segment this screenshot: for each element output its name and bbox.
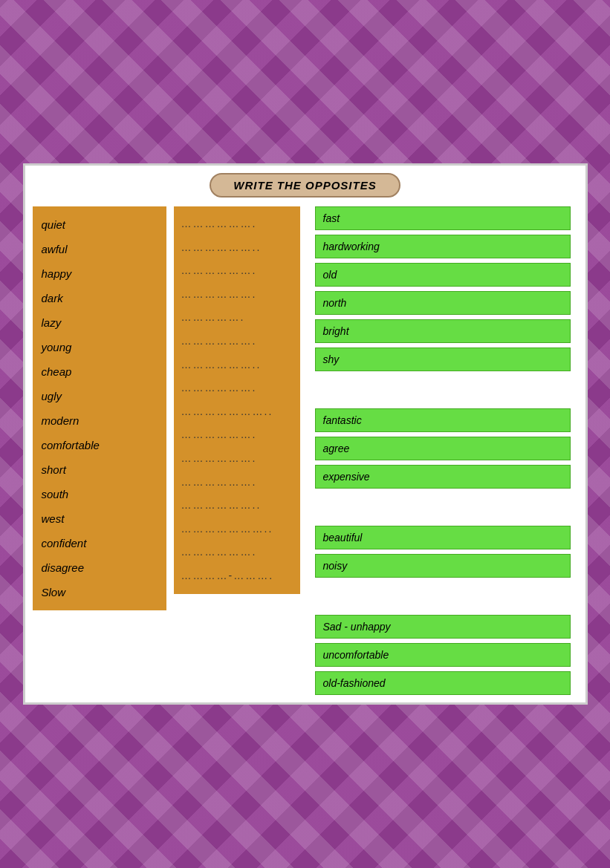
left-word: disagree [42, 555, 158, 580]
answer-box: beautiful [315, 526, 571, 549]
answer-input-line: ………………. [181, 423, 293, 447]
answer-box: uncomfortable [315, 643, 571, 667]
page-title: WRITE THE OPPOSITES [210, 173, 400, 198]
answer-input-line: ………………. [181, 283, 293, 307]
answer-box: old-fashioned [315, 671, 571, 695]
left-word: ugly [42, 384, 158, 408]
left-word: confident [42, 531, 158, 555]
answer-box: agree [315, 437, 571, 460]
answer-input-line: ………………….. [181, 518, 293, 541]
left-word: happy [42, 261, 158, 286]
middle-column: ……………….………………..……………….……………….…………….……………… [174, 206, 300, 594]
answer-box: shy [315, 347, 571, 371]
answer-input-line: ……………….. [181, 494, 293, 518]
left-word: comfortable [42, 433, 158, 457]
answer-box: fantastic [315, 408, 571, 432]
answer-input-line: ………………. [181, 447, 293, 471]
spacer [315, 376, 571, 404]
left-word: south [42, 482, 158, 506]
spacer [315, 582, 571, 610]
answer-box: north [315, 291, 571, 315]
left-word: dark [42, 286, 158, 310]
answer-box: hardworking [315, 235, 571, 258]
answer-input-line: ………………. [181, 376, 293, 400]
answer-input-line: ………………. [181, 259, 293, 283]
answer-input-line: ……………….. [181, 236, 293, 260]
answer-input-line: ………………. [181, 212, 293, 236]
answer-box: Sad - unhappy [315, 615, 571, 639]
answer-input-line: …………-………. [181, 564, 293, 588]
left-word: cheap [42, 359, 158, 384]
answer-box: expensive [315, 465, 571, 489]
left-word: young [42, 335, 158, 359]
right-column: fasthardworkingoldnorthbrightshyfantasti… [308, 206, 578, 695]
left-word: quiet [42, 212, 158, 237]
answer-input-line: ……………. [181, 306, 293, 330]
answer-box: noisy [315, 554, 571, 578]
answer-input-line: ………………. [181, 471, 293, 495]
left-word: awful [42, 237, 158, 261]
left-word: west [42, 506, 158, 531]
answer-input-line: ………………. [181, 541, 293, 564]
content-area: quietawfulhappydarklazyyoungcheapuglymod… [33, 206, 578, 695]
answer-box: old [315, 263, 571, 287]
left-word: short [42, 457, 158, 482]
left-word: Slow [42, 580, 158, 604]
answer-box: bright [315, 319, 571, 343]
answer-input-line: ………………. [181, 330, 293, 353]
left-column: quietawfulhappydarklazyyoungcheapuglymod… [33, 206, 166, 610]
spacer [315, 493, 571, 521]
left-word: lazy [42, 310, 158, 335]
page-wrapper: WRITE THE OPPOSITES quietawfulhappydarkl… [23, 163, 588, 705]
answer-input-line: ……………….. [181, 353, 293, 377]
answer-box: fast [315, 206, 571, 230]
left-word: modern [42, 408, 158, 433]
answer-input-line: ………………….. [181, 400, 293, 424]
